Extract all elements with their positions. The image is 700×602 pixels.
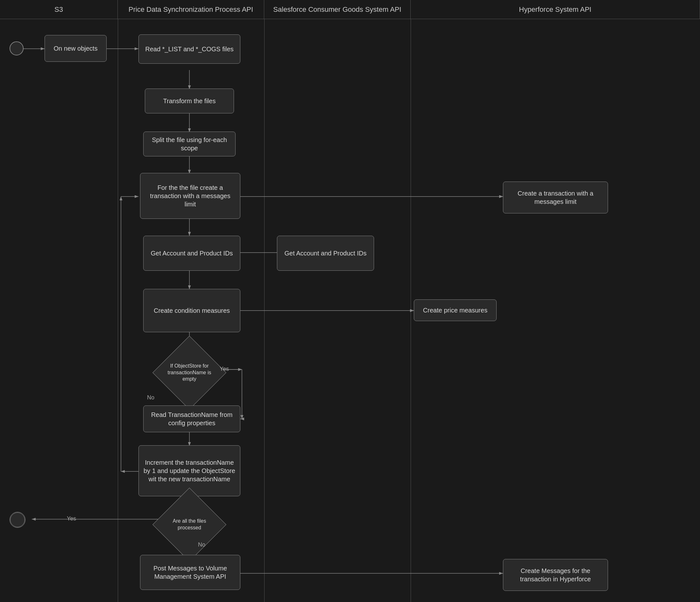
header-api: Price Data Synchronization Process API (118, 0, 264, 19)
create-messages-hyper-node: Create Messages for the transaction in H… (503, 559, 608, 591)
header-row: S3 Price Data Synchronization Process AP… (0, 0, 700, 19)
split-file-node: Split the file using for-each scope (143, 131, 235, 156)
header-s3: S3 (0, 0, 118, 19)
get-account-sf-node: Get Account and Product IDs (277, 236, 374, 271)
header-sf: Salesforce Consumer Goods System API (264, 0, 410, 19)
objectstore-label: If ObjectStore for transactionName is em… (167, 363, 212, 383)
are-all-processed-container: Are all the files processed (163, 499, 216, 551)
on-new-objects-node: On new objects (45, 35, 107, 62)
create-condition-node: Create condition measures (143, 289, 240, 332)
transform-files-node: Transform the files (145, 89, 234, 113)
diagram-container: S3 Price Data Synchronization Process AP… (0, 0, 700, 602)
read-transaction-node: Read TransactionName from config propert… (143, 406, 240, 432)
no-label-diamond: No (147, 394, 154, 401)
header-hyper: Hyperforce System API (410, 0, 700, 19)
no-label-all: No (198, 541, 205, 548)
yes-label-diamond: Yes (220, 366, 229, 372)
end-circle (9, 512, 25, 528)
vline-2 (264, 19, 265, 602)
vline-3 (410, 19, 411, 602)
for-file-create-node: For the the file create a transaction wi… (140, 173, 240, 219)
start-circle (9, 42, 24, 55)
post-messages-node: Post Messages to Volume Management Syste… (140, 555, 240, 590)
yes-label-all: Yes (67, 515, 76, 522)
vline-1 (118, 19, 118, 602)
read-files-node: Read *_LIST and *_COGS files (139, 34, 240, 64)
create-transaction-hyper-node: Create a transaction with a messages lim… (503, 182, 608, 213)
objectstore-diamond-container: If ObjectStore for transactionName is em… (163, 346, 216, 399)
get-account-ids-main-node: Get Account and Product IDs (143, 236, 240, 271)
swimlane-lines (0, 19, 700, 602)
are-all-processed-label: Are all the files processed (167, 518, 212, 531)
create-price-measures-node: Create price measures (414, 299, 497, 321)
